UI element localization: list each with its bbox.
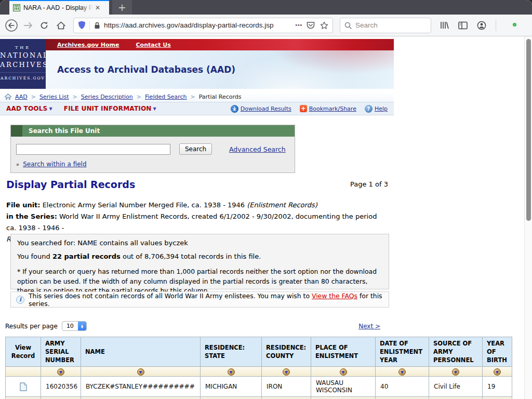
- table-header-row: View Record ARMY SERIAL NUMBER NAME RESI…: [6, 337, 512, 367]
- col-source-of-army-personnel: SOURCE OF ARMY PERSONNEL: [429, 337, 483, 367]
- next-page-link[interactable]: Next >: [358, 323, 380, 330]
- scrollbar-track[interactable]: [524, 36, 532, 399]
- file-unit-information-menu[interactable]: FILE UNIT INFORMATION▼: [64, 105, 156, 112]
- table-row: 16020356 BYCZEK#STANLEY########## MICHIG…: [6, 377, 512, 397]
- breadcrumb-aad[interactable]: AAD: [15, 94, 28, 100]
- page-actions-icon[interactable]: •••: [295, 22, 302, 28]
- sort-row: ▼ ▼ ▼ ▼ ▼ ▼ ▼ ▼: [6, 367, 512, 377]
- sort-icon[interactable]: ▼: [452, 368, 459, 376]
- col-view-record: View Record: [6, 337, 41, 367]
- view-faqs-link[interactable]: View the FAQs: [312, 292, 357, 300]
- browser-tab[interactable]: NARA - AAD - Display Partial Re ✕: [9, 0, 109, 15]
- browser-window: NARA - AAD - Display Partial Re ✕ + http…: [0, 0, 532, 399]
- page-indicator: Page 1 of 3: [350, 180, 388, 188]
- download-icon: [231, 105, 238, 113]
- page-title: Display Partial Records: [6, 179, 135, 190]
- col-residence-county: RESIDENCE: COUNTY: [262, 337, 311, 367]
- sidebar-icon[interactable]: [458, 21, 468, 30]
- forward-button[interactable]: [23, 20, 33, 31]
- view-record-cell[interactable]: [6, 377, 41, 397]
- place-cell: WAUSAU WISCONSIN: [311, 377, 376, 397]
- caret-down-icon: ▼: [153, 107, 156, 111]
- info-icon: i: [16, 296, 24, 304]
- bullet-icon: ▪: [16, 162, 19, 167]
- results-per-page-row: Results per page 10 ▲▼ Next >: [5, 321, 380, 331]
- help-icon: ?: [365, 105, 373, 113]
- search-file-unit-header: Search this File Unit: [11, 125, 295, 137]
- sort-icon[interactable]: ▼: [137, 368, 144, 376]
- sort-icon[interactable]: ▼: [398, 368, 406, 376]
- home-button[interactable]: [56, 21, 66, 30]
- url-text[interactable]: https://aad.archives.gov/aad/display-par…: [104, 21, 291, 29]
- col-place-of-enlistment: PLACE OF ENLISTMENT: [311, 337, 376, 367]
- chevron-right-icon: >: [137, 94, 141, 100]
- browser-search-input[interactable]: [355, 21, 418, 29]
- browser-search-box[interactable]: [340, 18, 431, 33]
- results-per-page-label: Results per page: [5, 323, 58, 330]
- caret-down-icon: ▼: [49, 107, 52, 111]
- searched-for-text: You searched for: NAME contains all valu…: [17, 239, 382, 247]
- table-row: [6, 397, 512, 399]
- state-cell: MICHIGAN: [201, 377, 262, 397]
- breadcrumb: AAD > Series List > Series Description >…: [0, 91, 394, 102]
- update-available-icon: ↑: [512, 22, 517, 28]
- nara-logo[interactable]: THE NATIONAL ARCHIVES ARCHIVES.GOV: [0, 39, 46, 89]
- bookmark-share-icon: +: [300, 105, 307, 112]
- pocket-icon[interactable]: [307, 21, 315, 29]
- green-corner-decoration: [11, 125, 22, 137]
- masthead-band: Access to Archival Databases (AAD): [46, 50, 394, 89]
- col-name: NAME: [81, 337, 201, 367]
- chevron-right-icon: >: [73, 94, 77, 100]
- contact-us-link[interactable]: Contact Us: [136, 42, 171, 48]
- col-army-serial-number: ARMY SERIAL NUMBER: [41, 337, 81, 367]
- bookmark-share-link[interactable]: Bookmark/Share: [309, 105, 356, 112]
- chevron-right-icon: >: [31, 94, 36, 100]
- breadcrumb-fielded-search[interactable]: Fielded Search: [145, 94, 187, 100]
- search-within-field-link[interactable]: Search within a field: [23, 161, 86, 168]
- scrollbar-thumb[interactable]: [526, 39, 531, 221]
- results-table: View Record ARMY SERIAL NUMBER NAME RESI…: [5, 337, 512, 399]
- search-file-unit-box: Search this File Unit Search Advanced Se…: [10, 125, 295, 173]
- col-residence-state: RESIDENCE: STATE: [201, 337, 262, 367]
- nara-favicon-icon: [13, 4, 20, 11]
- page-content: THE NATIONAL ARCHIVES ARCHIVES.GOV Archi…: [0, 36, 524, 399]
- sort-icon[interactable]: ▼: [283, 368, 290, 376]
- library-icon[interactable]: [440, 21, 449, 30]
- source-cell: Civil Life: [429, 377, 483, 397]
- url-bar[interactable]: https://aad.archives.gov/aad/display-par…: [73, 18, 333, 33]
- site-title: Access to Archival Databases (AAD): [46, 64, 235, 75]
- breadcrumb-series-list[interactable]: Series List: [39, 94, 69, 100]
- download-results-link[interactable]: Download Results: [241, 105, 291, 112]
- sort-icon[interactable]: ▼: [228, 368, 235, 376]
- back-button[interactable]: [4, 18, 19, 33]
- navigation-toolbar: https://aad.archives.gov/aad/display-par…: [0, 15, 532, 36]
- series-note-text: This series does not contain records of …: [29, 292, 383, 308]
- lock-icon[interactable]: [94, 22, 100, 29]
- search-button[interactable]: Search: [179, 143, 212, 155]
- advanced-search-link[interactable]: Advanced Search: [229, 145, 286, 153]
- account-icon[interactable]: [477, 21, 486, 30]
- results-per-page-select[interactable]: 10 ▲▼: [62, 321, 87, 331]
- breadcrumb-home-icon[interactable]: [4, 94, 12, 100]
- sort-icon[interactable]: ▼: [57, 368, 64, 376]
- help-link[interactable]: Help: [375, 105, 388, 112]
- year-cell: 40: [376, 377, 429, 397]
- found-records-text: You found 22 partial records out of 8,70…: [17, 252, 382, 260]
- search-icon: [344, 22, 352, 29]
- sort-icon[interactable]: ▼: [494, 368, 501, 376]
- bookmark-star-icon[interactable]: [320, 21, 328, 30]
- new-tab-button[interactable]: +: [112, 0, 132, 15]
- series-note: i This series does not contain records o…: [10, 291, 389, 308]
- breadcrumb-series-description[interactable]: Series Description: [81, 94, 133, 100]
- search-results-summary: You searched for: NAME contains all valu…: [10, 234, 389, 289]
- reload-button[interactable]: [39, 21, 49, 30]
- file-unit-search-input[interactable]: [16, 144, 170, 155]
- tab-title: NARA - AAD - Display Partial Re: [23, 4, 93, 11]
- tab-bar: NARA - AAD - Display Partial Re ✕ +: [0, 0, 532, 15]
- aad-tools-menu[interactable]: AAD TOOLS▼: [6, 105, 52, 112]
- tab-close-icon[interactable]: ✕: [95, 4, 100, 11]
- sort-icon[interactable]: ▼: [340, 368, 347, 376]
- chevron-right-icon: >: [190, 94, 195, 100]
- tracking-protection-shield-icon[interactable]: [78, 21, 86, 30]
- archives-home-link[interactable]: Archives.gov Home: [57, 42, 119, 48]
